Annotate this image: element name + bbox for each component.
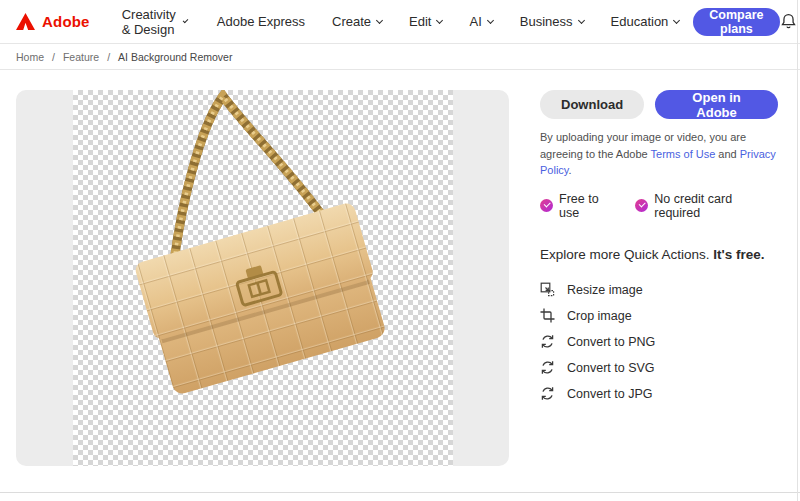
perk-free: Free to use: [540, 192, 620, 220]
adobe-a-icon: [16, 13, 35, 30]
breadcrumb-current: AI Background Remover: [118, 51, 232, 63]
side-panel: Download Open in Adobe Express By upload…: [540, 90, 778, 407]
bag-body: [133, 201, 390, 396]
nav-label: Business: [520, 14, 573, 29]
transparent-checkerboard: [73, 90, 453, 466]
breadcrumb-separator: /: [107, 51, 110, 63]
top-nav: Adobe Creativity & Design Adobe Express …: [0, 0, 800, 44]
quick-action-convert-to-png[interactable]: Convert to PNG: [540, 329, 778, 355]
quick-action-label: Convert to PNG: [567, 335, 655, 349]
legal-period: .: [569, 164, 572, 176]
bell-icon: [780, 13, 797, 30]
quick-actions-list: Resize image Crop image Convert to PNG: [540, 277, 778, 407]
breadcrumb: Home / Feature / AI Background Remover: [0, 44, 800, 70]
nav-label: AI: [469, 14, 481, 29]
download-button[interactable]: Download: [540, 90, 644, 119]
check-circle-icon: [540, 199, 553, 212]
quick-action-label: Crop image: [567, 309, 632, 323]
breadcrumb-home[interactable]: Home: [16, 51, 44, 63]
product-nav: Adobe Express Create Edit AI Business Ed…: [217, 14, 679, 29]
explore-bold: It's free.: [713, 247, 764, 262]
resize-icon: [540, 282, 555, 297]
terms-of-use-link[interactable]: Terms of Use: [651, 148, 716, 160]
nav-label: Edit: [409, 14, 431, 29]
chevron-down-icon: [183, 17, 189, 23]
scrollbar-track[interactable]: [797, 0, 798, 501]
perk-no-card: No credit card required: [635, 192, 778, 220]
quick-action-crop-image[interactable]: Crop image: [540, 303, 778, 329]
crop-icon: [540, 308, 555, 323]
nav-item-adobe-express[interactable]: Adobe Express: [217, 14, 305, 29]
legal-and: and: [715, 148, 739, 160]
adobe-logo[interactable]: Adobe: [0, 13, 105, 30]
perks-row: Free to use No credit card required: [540, 192, 778, 220]
nav-label: Creativity & Design: [122, 7, 178, 37]
quick-action-label: Convert to JPG: [567, 387, 652, 401]
nav-item-education[interactable]: Education: [611, 14, 680, 29]
legal-text: By uploading your image or video, you ar…: [540, 129, 778, 179]
image-preview-container: [16, 90, 509, 466]
quick-action-label: Convert to SVG: [567, 361, 655, 375]
nav-item-ai[interactable]: AI: [469, 14, 492, 29]
notifications-button[interactable]: [780, 13, 797, 30]
nav-label: Education: [611, 14, 669, 29]
chevron-down-icon: [436, 16, 443, 23]
convert-icon: [540, 360, 555, 375]
breadcrumb-separator: /: [52, 51, 55, 63]
convert-icon: [540, 386, 555, 401]
footer-divider: [0, 492, 800, 493]
quick-action-convert-to-jpg[interactable]: Convert to JPG: [540, 381, 778, 407]
quick-action-label: Resize image: [567, 283, 643, 297]
breadcrumb-feature[interactable]: Feature: [63, 51, 99, 63]
chevron-down-icon: [673, 16, 680, 23]
check-circle-icon: [635, 199, 648, 212]
nav-item-business[interactable]: Business: [520, 14, 584, 29]
open-in-adobe-express-button[interactable]: Open in Adobe Express: [655, 90, 778, 119]
perk-label: Free to use: [559, 192, 620, 220]
chevron-down-icon: [376, 16, 383, 23]
quick-action-resize-image[interactable]: Resize image: [540, 277, 778, 303]
nav-label: Adobe Express: [217, 14, 305, 29]
handbag-image: [73, 90, 453, 466]
explore-heading: Explore more Quick Actions. It's free.: [540, 247, 778, 262]
explore-text: Explore more Quick Actions.: [540, 247, 713, 262]
quick-action-convert-to-svg[interactable]: Convert to SVG: [540, 355, 778, 381]
nav-label: Create: [332, 14, 371, 29]
convert-icon: [540, 334, 555, 349]
nav-item-create[interactable]: Create: [332, 14, 382, 29]
chevron-down-icon: [577, 16, 584, 23]
nav-item-edit[interactable]: Edit: [409, 14, 442, 29]
adobe-logo-text: Adobe: [42, 13, 90, 30]
chevron-down-icon: [487, 16, 494, 23]
action-buttons: Download Open in Adobe Express: [540, 90, 778, 119]
page: Adobe Creativity & Design Adobe Express …: [0, 0, 800, 501]
nav-item-creativity-design[interactable]: Creativity & Design: [105, 0, 204, 44]
perk-label: No credit card required: [654, 192, 778, 220]
compare-plans-button[interactable]: Compare plans: [693, 8, 779, 36]
